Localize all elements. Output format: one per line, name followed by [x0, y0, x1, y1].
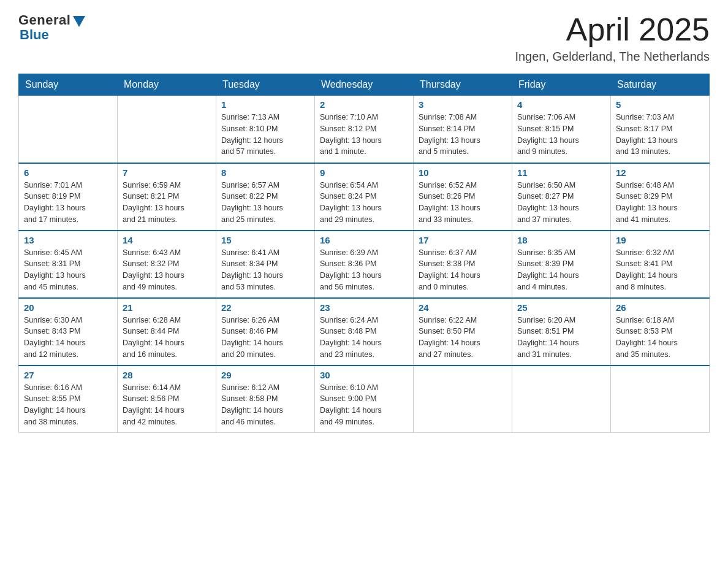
calendar-cell: 9Sunrise: 6:54 AM Sunset: 8:24 PM Daylig…: [315, 163, 414, 231]
day-info: Sunrise: 6:37 AM Sunset: 8:38 PM Dayligh…: [419, 247, 507, 293]
day-number: 7: [123, 167, 211, 178]
calendar-cell: 1Sunrise: 7:13 AM Sunset: 8:10 PM Daylig…: [216, 96, 315, 163]
location-text: Ingen, Gelderland, The Netherlands: [515, 50, 710, 64]
day-info: Sunrise: 7:08 AM Sunset: 8:14 PM Dayligh…: [419, 112, 507, 158]
day-info: Sunrise: 6:45 AM Sunset: 8:31 PM Dayligh…: [24, 247, 112, 293]
calendar-cell: 12Sunrise: 6:48 AM Sunset: 8:29 PM Dayli…: [611, 163, 710, 231]
day-number: 17: [419, 235, 507, 245]
day-info: Sunrise: 6:35 AM Sunset: 8:39 PM Dayligh…: [517, 247, 605, 293]
day-number: 15: [221, 235, 309, 245]
day-number: 25: [517, 302, 605, 313]
logo-arrow-icon: [73, 16, 85, 27]
calendar-cell: 17Sunrise: 6:37 AM Sunset: 8:38 PM Dayli…: [414, 231, 512, 298]
day-number: 19: [616, 235, 704, 245]
day-info: Sunrise: 6:39 AM Sunset: 8:36 PM Dayligh…: [320, 247, 408, 293]
day-number: 9: [320, 167, 408, 178]
calendar-table: SundayMondayTuesdayWednesdayThursdayFrid…: [18, 74, 710, 433]
day-info: Sunrise: 6:59 AM Sunset: 8:21 PM Dayligh…: [123, 180, 211, 226]
calendar-week-row: 13Sunrise: 6:45 AM Sunset: 8:31 PM Dayli…: [19, 231, 710, 298]
day-number: 28: [123, 370, 211, 380]
calendar-cell: 20Sunrise: 6:30 AM Sunset: 8:43 PM Dayli…: [19, 298, 118, 366]
day-number: 22: [221, 302, 309, 313]
day-info: Sunrise: 6:32 AM Sunset: 8:41 PM Dayligh…: [616, 247, 704, 293]
calendar-cell: 8Sunrise: 6:57 AM Sunset: 8:22 PM Daylig…: [216, 163, 315, 231]
day-info: Sunrise: 7:03 AM Sunset: 8:17 PM Dayligh…: [616, 112, 704, 158]
day-info: Sunrise: 6:43 AM Sunset: 8:32 PM Dayligh…: [123, 247, 211, 293]
day-info: Sunrise: 6:26 AM Sunset: 8:46 PM Dayligh…: [221, 315, 309, 361]
day-number: 13: [24, 235, 112, 245]
day-number: 11: [517, 167, 605, 178]
calendar-cell: [512, 366, 611, 433]
calendar-header-row: SundayMondayTuesdayWednesdayThursdayFrid…: [19, 74, 710, 96]
calendar-week-row: 20Sunrise: 6:30 AM Sunset: 8:43 PM Dayli…: [19, 298, 710, 366]
calendar-cell: 10Sunrise: 6:52 AM Sunset: 8:26 PM Dayli…: [414, 163, 512, 231]
month-title: April 2025: [515, 12, 710, 47]
calendar-header-monday: Monday: [118, 74, 216, 96]
calendar-cell: 13Sunrise: 6:45 AM Sunset: 8:31 PM Dayli…: [19, 231, 118, 298]
logo: General Blue: [18, 12, 85, 43]
calendar-header-sunday: Sunday: [19, 74, 118, 96]
day-number: 26: [616, 302, 704, 313]
day-number: 8: [221, 167, 309, 178]
calendar-header-tuesday: Tuesday: [216, 74, 315, 96]
day-number: 29: [221, 370, 309, 380]
day-info: Sunrise: 7:06 AM Sunset: 8:15 PM Dayligh…: [517, 112, 605, 158]
day-number: 23: [320, 302, 408, 313]
day-info: Sunrise: 6:54 AM Sunset: 8:24 PM Dayligh…: [320, 180, 408, 226]
calendar-cell: 4Sunrise: 7:06 AM Sunset: 8:15 PM Daylig…: [512, 96, 611, 163]
calendar-cell: 29Sunrise: 6:12 AM Sunset: 8:58 PM Dayli…: [216, 366, 315, 433]
calendar-cell: [118, 96, 216, 163]
calendar-cell: 3Sunrise: 7:08 AM Sunset: 8:14 PM Daylig…: [414, 96, 512, 163]
day-info: Sunrise: 6:28 AM Sunset: 8:44 PM Dayligh…: [123, 315, 211, 361]
logo-blue-text: Blue: [20, 27, 49, 43]
calendar-header-wednesday: Wednesday: [315, 74, 414, 96]
calendar-cell: 14Sunrise: 6:43 AM Sunset: 8:32 PM Dayli…: [118, 231, 216, 298]
calendar-header-saturday: Saturday: [611, 74, 710, 96]
calendar-cell: [414, 366, 512, 433]
day-number: 20: [24, 302, 112, 313]
day-number: 24: [419, 302, 507, 313]
calendar-cell: 25Sunrise: 6:20 AM Sunset: 8:51 PM Dayli…: [512, 298, 611, 366]
calendar-week-row: 1Sunrise: 7:13 AM Sunset: 8:10 PM Daylig…: [19, 96, 710, 163]
day-info: Sunrise: 6:14 AM Sunset: 8:56 PM Dayligh…: [123, 382, 211, 428]
day-number: 1: [221, 99, 309, 110]
calendar-cell: 23Sunrise: 6:24 AM Sunset: 8:48 PM Dayli…: [315, 298, 414, 366]
day-info: Sunrise: 7:01 AM Sunset: 8:19 PM Dayligh…: [24, 180, 112, 226]
day-info: Sunrise: 6:41 AM Sunset: 8:34 PM Dayligh…: [221, 247, 309, 293]
calendar-cell: 21Sunrise: 6:28 AM Sunset: 8:44 PM Dayli…: [118, 298, 216, 366]
calendar-week-row: 27Sunrise: 6:16 AM Sunset: 8:55 PM Dayli…: [19, 366, 710, 433]
calendar-header-thursday: Thursday: [414, 74, 512, 96]
calendar-week-row: 6Sunrise: 7:01 AM Sunset: 8:19 PM Daylig…: [19, 163, 710, 231]
day-info: Sunrise: 6:48 AM Sunset: 8:29 PM Dayligh…: [616, 180, 704, 226]
day-info: Sunrise: 6:20 AM Sunset: 8:51 PM Dayligh…: [517, 315, 605, 361]
day-number: 3: [419, 99, 507, 110]
calendar-cell: 18Sunrise: 6:35 AM Sunset: 8:39 PM Dayli…: [512, 231, 611, 298]
day-info: Sunrise: 6:10 AM Sunset: 9:00 PM Dayligh…: [320, 382, 408, 428]
day-number: 4: [517, 99, 605, 110]
calendar-cell: 6Sunrise: 7:01 AM Sunset: 8:19 PM Daylig…: [19, 163, 118, 231]
day-number: 14: [123, 235, 211, 245]
calendar-cell: 19Sunrise: 6:32 AM Sunset: 8:41 PM Dayli…: [611, 231, 710, 298]
calendar-cell: [19, 96, 118, 163]
day-info: Sunrise: 6:12 AM Sunset: 8:58 PM Dayligh…: [221, 382, 309, 428]
day-info: Sunrise: 6:18 AM Sunset: 8:53 PM Dayligh…: [616, 315, 704, 361]
title-block: April 2025 Ingen, Gelderland, The Nether…: [515, 12, 710, 64]
calendar-cell: 5Sunrise: 7:03 AM Sunset: 8:17 PM Daylig…: [611, 96, 710, 163]
calendar-cell: 11Sunrise: 6:50 AM Sunset: 8:27 PM Dayli…: [512, 163, 611, 231]
calendar-cell: 2Sunrise: 7:10 AM Sunset: 8:12 PM Daylig…: [315, 96, 414, 163]
day-number: 5: [616, 99, 704, 110]
calendar-header-friday: Friday: [512, 74, 611, 96]
calendar-cell: 22Sunrise: 6:26 AM Sunset: 8:46 PM Dayli…: [216, 298, 315, 366]
calendar-cell: 30Sunrise: 6:10 AM Sunset: 9:00 PM Dayli…: [315, 366, 414, 433]
day-number: 2: [320, 99, 408, 110]
day-number: 12: [616, 167, 704, 178]
day-info: Sunrise: 7:10 AM Sunset: 8:12 PM Dayligh…: [320, 112, 408, 158]
day-number: 27: [24, 370, 112, 380]
day-number: 30: [320, 370, 408, 380]
calendar-cell: [611, 366, 710, 433]
calendar-cell: 24Sunrise: 6:22 AM Sunset: 8:50 PM Dayli…: [414, 298, 512, 366]
day-info: Sunrise: 6:24 AM Sunset: 8:48 PM Dayligh…: [320, 315, 408, 361]
calendar-cell: 28Sunrise: 6:14 AM Sunset: 8:56 PM Dayli…: [118, 366, 216, 433]
day-number: 16: [320, 235, 408, 245]
day-info: Sunrise: 7:13 AM Sunset: 8:10 PM Dayligh…: [221, 112, 309, 158]
